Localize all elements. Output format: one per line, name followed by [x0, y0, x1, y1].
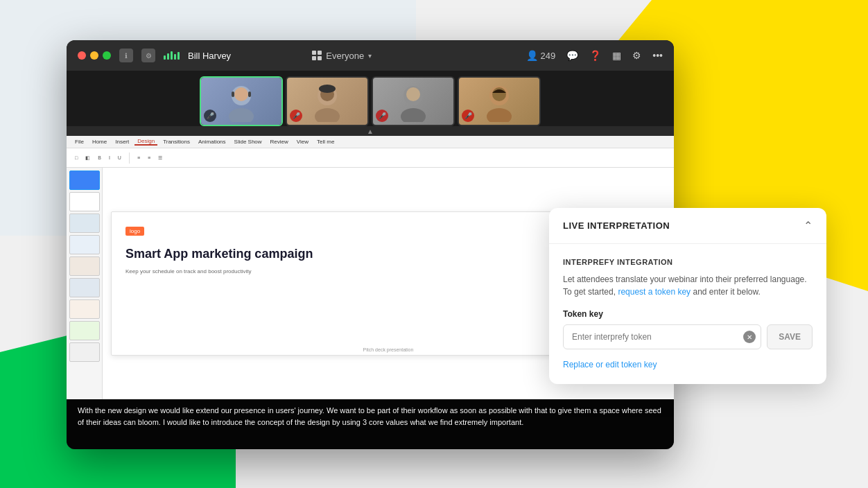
info-icon[interactable]: ℹ: [119, 49, 133, 62]
svg-point-13: [487, 108, 512, 122]
ppt-ribbon-btn-5[interactable]: U: [115, 154, 124, 162]
minimize-button[interactable]: [90, 51, 98, 60]
participant-mic-4: 🎤: [462, 110, 474, 122]
ppt-ribbon-btn-7[interactable]: ≡: [145, 154, 153, 162]
avatar-svg-3: [396, 80, 431, 122]
token-clear-button[interactable]: ✕: [743, 331, 756, 343]
ppt-toolbar: File Home Insert Design Transitions Anim…: [67, 136, 674, 148]
slide-subtext: Keep your schedule on track and boost pr…: [125, 268, 546, 275]
bar-4: [174, 54, 176, 60]
slide-thumb-2[interactable]: [69, 192, 100, 211]
participant-thumb-2[interactable]: 🎤: [286, 76, 369, 126]
person-icon: 👤: [526, 50, 538, 61]
traffic-lights: [78, 51, 111, 60]
ppt-ribbon-btn-3[interactable]: B: [95, 154, 104, 162]
ppt-ribbon: □ ◧ B I U ≡ ≡ ☰: [67, 148, 674, 168]
gear-icon[interactable]: ⚙: [632, 50, 641, 61]
svg-point-2: [234, 87, 248, 101]
collapse-icon: ▲: [367, 128, 374, 135]
slide-thumb-9[interactable]: [69, 342, 100, 362]
ppt-tab-file[interactable]: File: [72, 139, 87, 145]
everyone-label[interactable]: Everyone: [326, 51, 364, 61]
ppt-tab-animations[interactable]: Animations: [196, 139, 229, 145]
strip-collapse[interactable]: ▲: [67, 126, 674, 136]
close-button[interactable]: [78, 51, 86, 60]
save-button[interactable]: SAVE: [767, 324, 813, 349]
grid-icon: [312, 51, 322, 60]
token-key-label: Token key: [563, 309, 813, 319]
more-icon[interactable]: •••: [652, 50, 663, 61]
integration-title: INTERPREFY INTEGRATION: [563, 258, 813, 266]
settings-small-icon[interactable]: ⚙: [141, 49, 155, 62]
participant-thumb-1[interactable]: 🎤: [200, 76, 283, 126]
participant-thumb-4[interactable]: 🎤: [458, 76, 541, 126]
ppt-tab-design[interactable]: Design: [134, 138, 157, 146]
interpretation-panel: LIVE INTERPRETATION ⌃ INTERPREFY INTEGRA…: [549, 208, 826, 384]
svg-point-10: [401, 108, 426, 122]
ppt-ribbon-btn-6[interactable]: ≡: [134, 154, 143, 162]
avatar-svg-4: [482, 80, 517, 122]
svg-point-6: [315, 108, 340, 122]
svg-rect-4: [248, 92, 251, 97]
bar-5: [177, 52, 180, 60]
title-bar-right: 👤 249 💬 ❓ ▦ ⚙ •••: [526, 50, 663, 61]
layout-icon[interactable]: ▦: [612, 50, 621, 61]
participant-mic-3: 🎤: [376, 110, 388, 122]
slide-thumb-4[interactable]: [69, 235, 100, 254]
bar-3: [171, 51, 173, 60]
svg-point-11: [406, 87, 420, 101]
svg-point-1: [229, 108, 254, 122]
ppt-ribbon-btn-8[interactable]: ☰: [155, 154, 165, 162]
participant-mic-1: 🎤: [204, 110, 216, 122]
slide-thumb-1[interactable]: [69, 171, 100, 190]
integration-description: Let attendees translate your webinar int…: [563, 273, 813, 298]
audio-bars: [164, 51, 180, 60]
description-text-2: and enter it below.: [693, 287, 760, 297]
replace-token-link[interactable]: Replace or edit token key: [563, 360, 657, 369]
ppt-tab-home[interactable]: Home: [89, 139, 110, 145]
ppt-tab-insert[interactable]: Insert: [112, 139, 132, 145]
ppt-tab-review[interactable]: Review: [268, 139, 291, 145]
title-bar: ℹ ⚙ Bill Harvey Everyone ▾ 👤: [67, 40, 674, 71]
participant-strip: 🎤 🎤 🎤: [67, 71, 674, 126]
ppt-tab-help[interactable]: Tell me: [314, 139, 337, 145]
slide-thumbnails: [67, 168, 103, 399]
caption-text: With the new design we would like extend…: [78, 406, 661, 426]
panel-title: LIVE INTERPRETATION: [563, 220, 670, 231]
token-input-wrapper: ✕: [563, 324, 761, 349]
svg-rect-3: [232, 92, 234, 97]
avatar-svg-1: [224, 80, 259, 122]
title-bar-center: Everyone ▾: [312, 51, 372, 61]
slide-thumb-6[interactable]: [69, 278, 100, 297]
panel-body: INTERPREFY INTEGRATION Let attendees tra…: [549, 244, 826, 384]
token-input[interactable]: [563, 324, 761, 349]
request-token-link[interactable]: request a token key: [618, 287, 691, 297]
panel-collapse-button[interactable]: ⌃: [804, 219, 813, 232]
attendee-count: 249: [541, 51, 556, 61]
participant-mic-2: 🎤: [290, 110, 302, 122]
ppt-tab-view[interactable]: View: [294, 139, 311, 145]
participant-thumb-3[interactable]: 🎤: [372, 76, 455, 126]
slide-thumb-3[interactable]: [69, 214, 100, 233]
slide-heading: Smart App marketing campaign: [125, 247, 546, 262]
attendees-icon: 👤 249: [526, 50, 556, 61]
slide-text-area: Smart App marketing campaign Keep your s…: [125, 247, 546, 275]
slide-thumb-5[interactable]: [69, 256, 100, 276]
chat-icon[interactable]: 💬: [566, 50, 578, 61]
maximize-button[interactable]: [103, 51, 111, 60]
host-name: Bill Harvey: [188, 51, 231, 61]
slide-bottom-label: Pitch deck presentation: [363, 347, 414, 352]
panel-header: LIVE INTERPRETATION ⌃: [549, 208, 826, 244]
ppt-ribbon-btn-1[interactable]: □: [72, 154, 80, 162]
ppt-ribbon-btn-4[interactable]: I: [106, 154, 113, 162]
avatar-svg-2: [310, 80, 345, 122]
ribbon-divider: [129, 152, 130, 164]
slide-thumb-7[interactable]: [69, 299, 100, 319]
qa-icon[interactable]: ❓: [589, 50, 601, 61]
audio-stats: [164, 51, 180, 60]
ppt-tab-slideshow[interactable]: Slide Show: [232, 139, 265, 145]
bar-2: [167, 53, 169, 60]
ppt-tab-transitions[interactable]: Transitions: [160, 139, 193, 145]
ppt-ribbon-btn-2[interactable]: ◧: [83, 154, 93, 162]
slide-thumb-8[interactable]: [69, 321, 100, 340]
